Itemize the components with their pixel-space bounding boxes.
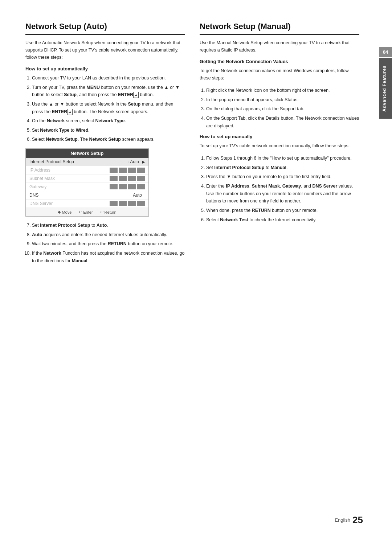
block1 bbox=[110, 201, 118, 206]
dns-label: DNS bbox=[29, 193, 133, 198]
getting-values-heading: Getting the Network Connection Values bbox=[200, 59, 359, 64]
ip-address-blocks bbox=[110, 168, 145, 173]
footer-move: ◆ Move bbox=[58, 210, 72, 214]
gv-step-3: On the dialog that appears, click the Su… bbox=[206, 105, 359, 113]
gv-step-2: In the pop-up menu that appears, click S… bbox=[206, 96, 359, 104]
manual-step-6: Select Network Test to check the Interne… bbox=[206, 216, 359, 224]
dns-server-label: DNS Server bbox=[29, 201, 110, 206]
how-to-manually-intro: To set up your TV's cable network connec… bbox=[200, 142, 359, 149]
enter-icon: ↵ bbox=[79, 210, 82, 214]
block1 bbox=[110, 184, 118, 189]
side-tab-label: Advanced Features bbox=[379, 58, 392, 119]
auto-step-10: If the Network Function has not acquired… bbox=[32, 250, 185, 264]
gv-step-1: Right click the Network icon on the bott… bbox=[206, 87, 359, 94]
move-icon: ◆ bbox=[58, 210, 61, 214]
getting-values-intro: To get the Network connection values on … bbox=[200, 67, 359, 82]
block2 bbox=[119, 184, 127, 189]
block3 bbox=[128, 201, 136, 206]
right-column: Network Setup (Manual) Use the Manual Ne… bbox=[200, 22, 359, 269]
network-row-dns: DNS Auto bbox=[26, 191, 148, 200]
page-container: 04 Advanced Features Network Setup (Auto… bbox=[0, 0, 392, 542]
ip-setup-label: Internet Protocol Setup bbox=[29, 159, 128, 164]
how-to-manually-heading: How to set up manually bbox=[200, 134, 359, 139]
left-column: Network Setup (Auto) Use the Automatic N… bbox=[25, 22, 185, 269]
auto-step-2: Turn on your TV, press the MENU button o… bbox=[32, 84, 185, 99]
left-section-intro: Use the Automatic Network Setup when con… bbox=[25, 39, 185, 61]
ip-setup-arrow: ▶ bbox=[142, 160, 145, 164]
network-setup-title: Network Setup bbox=[26, 149, 148, 158]
content-area: Network Setup (Auto) Use the Automatic N… bbox=[25, 22, 367, 269]
manual-step-5: When done, press the RETURN button on yo… bbox=[206, 207, 359, 214]
manual-steps-list: Follow Steps 1 through 6 in the "How to … bbox=[200, 155, 359, 223]
footer-enter: ↵ Enter bbox=[79, 210, 93, 214]
network-row-gateway: Gateway bbox=[26, 183, 148, 191]
gateway-blocks bbox=[110, 184, 145, 189]
manual-step-3: Press the ▼ button on your remote to go … bbox=[206, 173, 359, 181]
network-row-subnet: Subnet Mask bbox=[26, 174, 148, 183]
left-section-title: Network Setup (Auto) bbox=[25, 22, 185, 35]
block3 bbox=[128, 168, 136, 173]
block1 bbox=[110, 176, 118, 181]
network-row-ip-address: IP Address bbox=[26, 166, 148, 174]
block2 bbox=[119, 168, 127, 173]
block2 bbox=[119, 201, 127, 206]
network-setup-box: Network Setup Internet Protocol Setup : … bbox=[25, 148, 149, 217]
manual-step-4: Enter the IP Address, Subnet Mask, Gatew… bbox=[206, 182, 359, 205]
gateway-label: Gateway bbox=[29, 184, 110, 189]
block4 bbox=[137, 176, 145, 181]
block4 bbox=[137, 168, 145, 173]
manual-step-2: Set Internet Protocol Setup to Manual. bbox=[206, 164, 359, 172]
block2 bbox=[119, 176, 127, 181]
ip-setup-value: : Auto bbox=[128, 159, 139, 164]
block3 bbox=[128, 176, 136, 181]
auto-step-6: Select Network Setup. The Network Setup … bbox=[32, 136, 185, 143]
page-number: 25 bbox=[352, 514, 363, 526]
language-label: English bbox=[335, 517, 350, 523]
right-section-intro: Use the Manual Network Setup when connec… bbox=[200, 39, 359, 54]
auto-step-7: Set Internet Protocol Setup to Auto. bbox=[32, 222, 185, 229]
getting-values-steps-list: Right click the Network icon on the bott… bbox=[200, 87, 359, 130]
right-section-title: Network Setup (Manual) bbox=[200, 22, 359, 35]
block4 bbox=[137, 184, 145, 189]
auto-step-3: Use the ▲ or ▼ button to select Network … bbox=[32, 100, 185, 115]
network-row-dns-server: DNS Server bbox=[26, 200, 148, 208]
auto-step-5: Set Network Type to Wired. bbox=[32, 127, 185, 134]
block1 bbox=[110, 168, 118, 173]
gv-step-4: On the Support Tab, click the Details bu… bbox=[206, 115, 359, 130]
auto-step-1: Connect your TV to your LAN as described… bbox=[32, 74, 185, 82]
network-row-ip-setup: Internet Protocol Setup : Auto ▶ bbox=[26, 158, 148, 166]
block4 bbox=[137, 201, 145, 206]
dns-value: Auto bbox=[133, 193, 142, 198]
block3 bbox=[128, 184, 136, 189]
auto-steps-list-continued: Set Internet Protocol Setup to Auto. Aut… bbox=[25, 222, 185, 264]
dns-server-blocks bbox=[110, 201, 145, 206]
return-icon: ↩ bbox=[100, 210, 103, 214]
ip-address-label: IP Address bbox=[29, 168, 110, 173]
how-to-auto-heading: How to set up automatically bbox=[25, 66, 185, 71]
side-tab-number: 04 bbox=[379, 47, 392, 57]
auto-steps-list: Connect your TV to your LAN as described… bbox=[25, 74, 185, 143]
auto-step-8: Auto acquires and enters the needed Inte… bbox=[32, 231, 185, 239]
footer-return: ↩ Return bbox=[100, 210, 117, 214]
auto-step-4: On the Network screen, select Network Ty… bbox=[32, 117, 185, 125]
auto-step-9: Wait two minutes, and then press the RET… bbox=[32, 240, 185, 248]
manual-step-1: Follow Steps 1 through 6 in the "How to … bbox=[206, 155, 359, 162]
page-footer: English 25 bbox=[335, 514, 363, 526]
subnet-blocks bbox=[110, 176, 145, 181]
network-setup-footer: ◆ Move ↵ Enter ↩ Return bbox=[26, 208, 148, 216]
subnet-label: Subnet Mask bbox=[29, 176, 110, 181]
